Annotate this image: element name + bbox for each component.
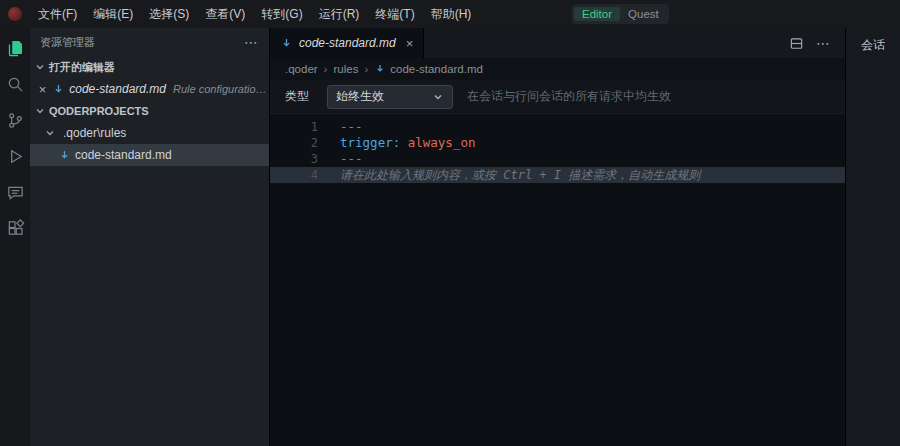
code-token: ---: [340, 151, 363, 166]
rule-config-form: 类型 始终生效 在会话与行间会话的所有请求中均生效: [270, 80, 845, 114]
breadcrumb-item-qoder[interactable]: .qoder: [285, 63, 318, 75]
open-editor-description: Rule configuration editor: [173, 83, 269, 95]
menu-bar: 文件(F) 编辑(E) 选择(S) 查看(V) 转到(G) 运行(R) 终端(T…: [30, 0, 479, 28]
open-editor-filename: code-standard.md: [69, 82, 166, 96]
editor-actions: ⋯: [789, 28, 845, 58]
activitybar-chat-button[interactable]: [1, 180, 29, 204]
run-debug-icon: [6, 147, 25, 166]
breadcrumb-item-file[interactable]: code-standard.md: [390, 63, 483, 75]
app-logo-icon[interactable]: [8, 7, 22, 21]
tab-label: code-standard.md: [299, 36, 396, 50]
extensions-icon: [6, 219, 25, 238]
menu-view[interactable]: 查看(V): [197, 0, 253, 28]
file-label: code-standard.md: [75, 148, 172, 162]
chevron-down-icon: [34, 61, 46, 73]
mode-tab-editor[interactable]: Editor: [574, 7, 620, 21]
more-actions-icon[interactable]: ⋯: [816, 35, 831, 51]
chat-icon: [6, 183, 25, 202]
editor-placeholder-text: 请在此处输入规则内容，或按 Ctrl + I 描述需求，自动生成规则: [340, 168, 700, 182]
breadcrumb-separator: ›: [364, 63, 368, 75]
editor-tab-bar: code-standard.md × ⋯: [270, 28, 845, 58]
close-editor-icon[interactable]: ×: [37, 82, 48, 97]
menu-edit[interactable]: 编辑(E): [85, 0, 141, 28]
markdown-file-icon: [280, 37, 293, 50]
line-number: 3: [270, 151, 318, 167]
code-line-1: 1 ---: [270, 119, 845, 135]
activity-bar: [0, 28, 30, 446]
activitybar-search-button[interactable]: [1, 72, 29, 96]
open-editors-label: 打开的编辑器: [49, 60, 115, 75]
breadcrumb: .qoder › rules › code-standard.md: [270, 58, 845, 80]
code-line-3: 3 ---: [270, 151, 845, 167]
titlebar: 文件(F) 编辑(E) 选择(S) 查看(V) 转到(G) 运行(R) 终端(T…: [0, 0, 900, 28]
activitybar-extensions-button[interactable]: [1, 216, 29, 240]
explorer-sidebar: 资源管理器 ⋯ 打开的编辑器 × code-standard.md Rule c…: [30, 28, 270, 446]
folder-label: .qoder\rules: [63, 126, 126, 140]
editor-group: code-standard.md × ⋯ .qoder › rules › co…: [270, 28, 845, 446]
source-control-icon: [6, 111, 25, 130]
code-line-2: 2 trigger: always_on: [270, 135, 845, 151]
tree-file-code-standard[interactable]: code-standard.md: [30, 144, 269, 166]
split-editor-icon[interactable]: [789, 36, 804, 51]
chevron-down-icon: [34, 105, 46, 117]
sidebar-header: 资源管理器 ⋯: [30, 28, 269, 56]
code-token-key: trigger:: [340, 135, 400, 150]
menu-go[interactable]: 转到(G): [253, 0, 310, 28]
line-number: 2: [270, 135, 318, 151]
activitybar-run-debug-button[interactable]: [1, 144, 29, 168]
rule-type-dropdown[interactable]: 始终生效: [327, 85, 453, 109]
open-editors-section-header[interactable]: 打开的编辑器: [30, 56, 269, 78]
chevron-down-icon: [432, 91, 444, 103]
chat-side-panel: 会话: [845, 28, 900, 446]
tab-code-standard[interactable]: code-standard.md ×: [270, 28, 424, 58]
app-window: 文件(F) 编辑(E) 选择(S) 查看(V) 转到(G) 运行(R) 终端(T…: [0, 0, 900, 446]
chat-panel-title[interactable]: 会话: [861, 37, 885, 54]
markdown-file-icon: [374, 63, 386, 75]
breadcrumb-item-rules[interactable]: rules: [333, 63, 358, 75]
activitybar-source-control-button[interactable]: [1, 108, 29, 132]
mode-switch: Editor Quest: [572, 4, 669, 24]
tab-close-icon[interactable]: ×: [406, 36, 414, 51]
line-number: 1: [270, 119, 318, 135]
breadcrumb-separator: ›: [324, 63, 328, 75]
open-editor-item[interactable]: × code-standard.md Rule configuration ed…: [30, 78, 269, 100]
markdown-file-icon: [52, 83, 65, 96]
explorer-files-icon: [5, 38, 25, 58]
rule-type-selected-value: 始终生效: [336, 88, 432, 105]
menu-selection[interactable]: 选择(S): [141, 0, 197, 28]
workspace-name-label: QODERPROJECTS: [49, 105, 149, 117]
mode-tab-quest[interactable]: Quest: [620, 7, 667, 21]
markdown-file-icon: [58, 149, 71, 162]
menu-help[interactable]: 帮助(H): [423, 0, 480, 28]
rule-type-label: 类型: [285, 88, 309, 105]
code-token-value: always_on: [400, 135, 475, 150]
menu-terminal[interactable]: 终端(T): [367, 0, 422, 28]
menu-file[interactable]: 文件(F): [30, 0, 85, 28]
tree-folder-qoder-rules[interactable]: .qoder\rules: [30, 122, 269, 144]
search-icon: [6, 75, 25, 94]
chevron-down-icon: [44, 127, 56, 139]
activitybar-explorer-button[interactable]: [1, 36, 29, 60]
sidebar-title: 资源管理器: [40, 35, 244, 50]
rule-type-hint: 在会话与行间会话的所有请求中均生效: [467, 88, 671, 105]
menu-run[interactable]: 运行(R): [311, 0, 368, 28]
sidebar-more-actions-icon[interactable]: ⋯: [244, 34, 259, 50]
code-editor-surface[interactable]: 1 --- 2 trigger: always_on 3 --- 4 请在此处输…: [270, 114, 845, 446]
code-token: ---: [340, 119, 363, 134]
code-line-4-current: 4 请在此处输入规则内容，或按 Ctrl + I 描述需求，自动生成规则: [270, 167, 845, 183]
workspace-section-header[interactable]: QODERPROJECTS: [30, 100, 269, 122]
line-number: 4: [270, 167, 318, 183]
